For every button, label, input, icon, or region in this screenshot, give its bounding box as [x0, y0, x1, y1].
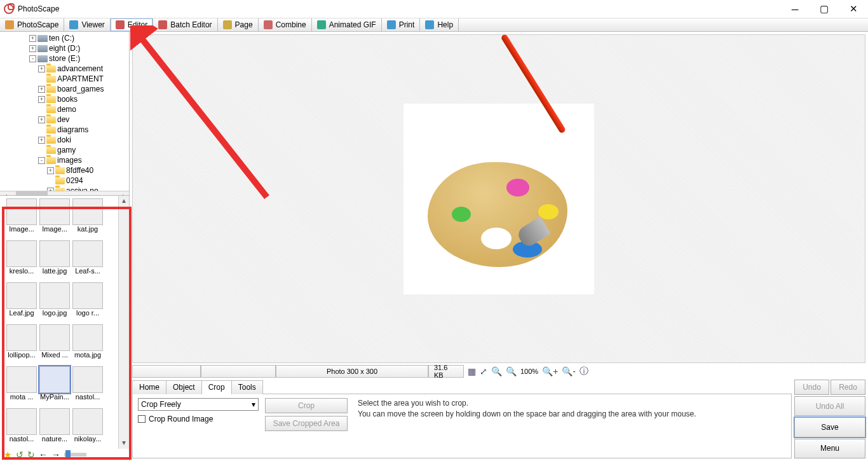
tree-label: board_games [57, 85, 104, 93]
tool-tab-crop[interactable]: Crop [201, 380, 232, 394]
crop-mode-select[interactable]: Crop Freely ▾ [138, 398, 259, 411]
thumbnail[interactable]: lollipop... [6, 324, 38, 365]
thumbnail[interactable]: kreslo... [6, 240, 38, 281]
thumbnail[interactable]: Leaf.jpg [6, 282, 38, 323]
tool-tab-tools[interactable]: Tools [231, 380, 263, 394]
tree-item[interactable]: gamy [3, 145, 129, 155]
thumbnail[interactable]: mota ... [6, 366, 38, 407]
rotate-ccw-icon[interactable]: ↺ [16, 450, 24, 460]
zoom-out-icon[interactable]: 🔍- [562, 366, 576, 376]
undo-button[interactable]: Undo [794, 380, 829, 395]
star-icon[interactable]: ★ [4, 450, 12, 460]
tree-item[interactable]: +eight (D:) [3, 43, 129, 53]
right-pane: Photo 300 x 300 31.6 KB ▦ ⤢ 🔍 🔍 100% 🔍+ … [130, 32, 868, 461]
tree-item[interactable]: +dev [3, 114, 129, 125]
tree-label: diagrams [57, 125, 88, 134]
thumbnail[interactable]: logo r... [72, 282, 104, 323]
magnify-icon[interactable]: 🔍 [491, 366, 502, 376]
crop-round-checkbox[interactable]: Crop Round Image [138, 415, 259, 423]
left-pane: +ten (C:)+eight (D:)-store (E:)+advancem… [0, 32, 130, 461]
tree-item[interactable]: +8fdffe40 [3, 165, 129, 175]
status-blank1 [132, 365, 201, 378]
menu-button[interactable]: Menu [794, 439, 865, 458]
tab-page[interactable]: Page [218, 18, 259, 31]
tree-item[interactable]: +books [3, 94, 129, 104]
thumbnail[interactable]: nastol... [72, 366, 104, 407]
tree-h-scrollbar[interactable]: ◂▸ [0, 191, 129, 196]
thumbnail[interactable]: Image... [39, 198, 71, 239]
thumbnail[interactable]: Image... [6, 198, 38, 239]
tree-item[interactable]: -images [3, 155, 129, 165]
thumbnail[interactable]: kat.jpg [72, 198, 104, 239]
folder-tree[interactable]: +ten (C:)+eight (D:)-store (E:)+advancem… [0, 32, 129, 191]
tool-tab-home[interactable]: Home [132, 380, 166, 394]
tree-item[interactable]: +board_games [3, 84, 129, 94]
tab-label: Print [399, 20, 415, 29]
thumbs-v-scrollbar[interactable]: ▴▾ [118, 196, 129, 449]
crop-button[interactable]: Crop [265, 398, 348, 413]
thumbnail[interactable]: nature... [39, 408, 71, 449]
tab-photoscape[interactable]: PhotoScape [0, 18, 64, 31]
thumbnail[interactable]: nikolay... [72, 408, 104, 449]
thumbnail[interactable]: logo.jpg [39, 282, 71, 323]
tab-animated-gif[interactable]: Animated GIF [312, 18, 382, 31]
tree-item[interactable]: +acciya po [3, 186, 129, 191]
zoom-in-icon[interactable]: 🔍+ [542, 366, 558, 376]
tab-icon [264, 20, 273, 29]
tree-item[interactable]: +ten (C:) [3, 33, 129, 43]
close-button[interactable]: ✕ [839, 0, 868, 18]
thumb-label: Leaf-s... [72, 267, 103, 275]
info-icon[interactable]: ⓘ [580, 366, 588, 377]
thumbnail[interactable]: mota.jpg [72, 324, 104, 365]
next-icon[interactable]: → [51, 450, 60, 460]
thumb-label: mota.jpg [72, 351, 103, 359]
tree-label: eight (D:) [49, 44, 80, 53]
thumb-label: Leaf.jpg [6, 309, 37, 317]
tree-item[interactable]: +doki [3, 135, 129, 145]
tree-item[interactable]: +advancement [3, 64, 129, 74]
chevron-down-icon: ▾ [252, 400, 255, 409]
tab-print[interactable]: Print [382, 18, 421, 31]
tree-item[interactable]: 0294 [3, 175, 129, 186]
maximize-button[interactable]: ▢ [810, 0, 839, 18]
status-dimensions: Photo 300 x 300 [276, 365, 428, 378]
tab-editor[interactable]: Editor [111, 18, 153, 31]
tab-label: Combine [276, 20, 306, 29]
status-icons: ▦ ⤢ 🔍 🔍 100% 🔍+ 🔍- ⓘ [464, 366, 592, 377]
bottom-panel: HomeObjectCropTools Crop Freely ▾ Crop R… [132, 380, 865, 458]
zoom-100-icon[interactable]: 🔍 [506, 366, 517, 376]
tree-item[interactable]: demo [3, 104, 129, 114]
thumb-label: kreslo... [6, 267, 37, 275]
thumbnail[interactable]: latte.jpg [39, 240, 71, 281]
rotate-cw-icon[interactable]: ↻ [27, 450, 35, 460]
crop-help-line2: You can move the screen by holding down … [358, 409, 696, 420]
crop-mode-label: Crop Freely [141, 400, 181, 409]
tab-viewer[interactable]: Viewer [64, 18, 110, 31]
tree-item[interactable]: diagrams [3, 125, 129, 135]
tree-item[interactable]: -store (E:) [3, 53, 129, 64]
undo-all-button[interactable]: Undo All [794, 396, 865, 416]
tool-tab-object[interactable]: Object [166, 380, 202, 394]
thumbnail[interactable]: MyPain... [39, 366, 71, 407]
thumbnail[interactable]: Mixed ... [39, 324, 71, 365]
thumbnail[interactable]: nastol... [6, 408, 38, 449]
canvas[interactable] [132, 34, 865, 363]
action-buttons: Undo Redo Undo All Save Menu [794, 380, 865, 458]
redo-button[interactable]: Redo [831, 380, 865, 395]
prev-icon[interactable]: ← [39, 450, 48, 460]
crop-help: Select the area you wish to crop. You ca… [358, 398, 696, 454]
tab-combine[interactable]: Combine [259, 18, 312, 31]
fit-icon[interactable]: ⤢ [480, 366, 487, 376]
checker-icon[interactable]: ▦ [468, 366, 476, 376]
thumb-size-slider[interactable] [64, 453, 86, 457]
tree-item[interactable]: APARTMENT [3, 74, 129, 84]
minimize-button[interactable]: ─ [780, 0, 810, 18]
save-cropped-button[interactable]: Save Cropped Area [265, 416, 348, 431]
tab-icon [116, 20, 125, 29]
tree-label: acciya po [66, 186, 98, 191]
tab-help[interactable]: Help [420, 18, 459, 31]
tab-batch-editor[interactable]: Batch Editor [153, 18, 217, 31]
crop-round-label: Crop Round Image [149, 415, 213, 423]
thumbnail[interactable]: Leaf-s... [72, 240, 104, 281]
save-button[interactable]: Save [794, 417, 865, 437]
